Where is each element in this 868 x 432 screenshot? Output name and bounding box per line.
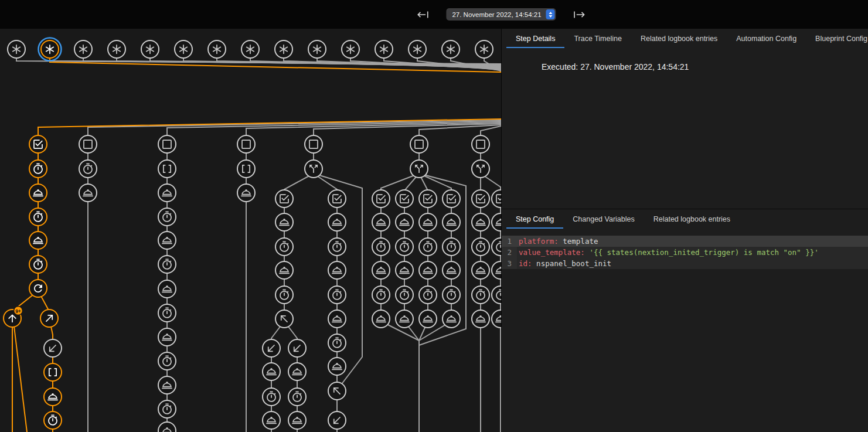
graph-node-service[interactable] (372, 261, 390, 279)
graph-node-delay[interactable] (288, 388, 306, 406)
graph-node-service[interactable] (29, 232, 47, 249)
graph-node-delay[interactable] (263, 388, 280, 406)
graph-node-service[interactable] (419, 261, 437, 279)
graph-node-traverse[interactable] (472, 160, 489, 178)
graph-node-arrow-top-left[interactable] (328, 382, 346, 400)
graph-node-repeat[interactable] (29, 280, 47, 297)
tab-trace-timeline[interactable]: Trace Timeline (564, 29, 631, 48)
graph-node-asterisk[interactable] (108, 40, 125, 58)
graph-node-checkbox-marked[interactable] (372, 190, 390, 208)
graph-node-service[interactable] (442, 261, 460, 279)
graph-node-traverse[interactable] (305, 160, 322, 178)
graph-node-checkbox-blank[interactable] (305, 135, 322, 153)
graph-node-asterisk[interactable] (175, 40, 192, 58)
graph-node-delay[interactable] (328, 334, 346, 352)
graph-node-service[interactable] (237, 184, 255, 202)
graph-node-delay[interactable] (492, 238, 501, 256)
graph-node-service[interactable] (288, 411, 306, 429)
graph-node-checkbox-blank[interactable] (79, 135, 97, 153)
graph-node-delay[interactable] (44, 411, 62, 429)
graph-node-service[interactable] (275, 213, 293, 231)
graph-node-service[interactable] (372, 213, 390, 231)
graph-node-service[interactable] (472, 310, 489, 328)
graph-node-service[interactable] (492, 213, 501, 231)
graph-node-service[interactable] (263, 411, 280, 429)
tab-step-details[interactable]: Step Details (506, 29, 564, 48)
graph-node-delay[interactable] (328, 286, 346, 304)
graph-node-delay[interactable] (29, 160, 47, 178)
graph-node-checkbox-blank[interactable] (237, 135, 255, 153)
graph-node-asterisk[interactable] (409, 40, 426, 58)
graph-node-asterisk[interactable] (8, 40, 25, 58)
graph-node-service[interactable] (44, 388, 62, 406)
graph-node-delay[interactable] (419, 238, 437, 256)
graph-node-arrow-bottom-left[interactable] (44, 339, 62, 357)
tab-step-config[interactable]: Step Config (506, 209, 563, 229)
graph-node-delay[interactable] (158, 256, 176, 273)
graph-node-service[interactable] (29, 184, 47, 202)
graph-node-service[interactable] (442, 310, 460, 328)
graph-node-delay[interactable] (29, 208, 47, 226)
graph-node-service[interactable] (288, 363, 306, 380)
graph-node-service[interactable] (158, 376, 176, 394)
graph-node-asterisk[interactable] (475, 40, 493, 58)
graph-node-brackets[interactable] (237, 160, 255, 178)
graph-node-asterisk[interactable] (308, 40, 326, 58)
graph-node-service[interactable] (396, 261, 413, 279)
graph-node-delay[interactable] (158, 352, 176, 370)
tab-blueprint-config[interactable]: Blueprint Config (806, 29, 868, 48)
trace-graph-canvas[interactable]: 9+ (0, 29, 501, 432)
graph-node-delay[interactable] (275, 286, 293, 304)
tab-changed-variables[interactable]: Changed Variables (563, 209, 644, 229)
graph-node-checkbox-marked[interactable] (328, 190, 346, 208)
graph-node-service[interactable] (442, 213, 460, 231)
graph-node-asterisk[interactable] (241, 40, 259, 58)
graph-node-checkbox-marked[interactable] (275, 190, 293, 208)
graph-node-service[interactable] (158, 184, 176, 202)
graph-node-delay[interactable] (275, 238, 293, 256)
graph-node-asterisk[interactable] (375, 40, 393, 58)
graph-node-delay[interactable] (328, 238, 346, 256)
graph-node-delay[interactable] (472, 286, 489, 304)
tab-config-related-logbook-entries[interactable]: Related logbook entries (644, 209, 740, 229)
graph-node-brackets[interactable] (44, 363, 62, 381)
graph-node-delay[interactable] (472, 238, 489, 256)
graph-node-checkbox-blank[interactable] (410, 135, 428, 153)
graph-node-delay[interactable] (158, 400, 176, 418)
graph-node-delay[interactable] (372, 238, 390, 256)
graph-node-delay[interactable] (419, 286, 437, 304)
next-run-button[interactable] (571, 7, 587, 22)
step-config-editor[interactable]: 1 platform: template 2 value_template: '… (502, 236, 868, 269)
graph-node-asterisk[interactable] (442, 40, 459, 58)
graph-node-service[interactable] (158, 232, 176, 249)
graph-node-service[interactable] (158, 422, 176, 432)
graph-node-service[interactable] (158, 280, 176, 298)
graph-node-traverse[interactable] (410, 160, 428, 178)
graph-node-delay[interactable] (396, 238, 413, 256)
graph-node-delay[interactable] (492, 286, 501, 304)
graph-node-checkbox-marked[interactable] (419, 190, 437, 208)
graph-node-service[interactable] (328, 358, 346, 375)
graph-node-checkbox-marked[interactable] (396, 190, 413, 208)
graph-node-arrow-top-right[interactable] (40, 309, 58, 327)
graph-node-service[interactable] (79, 184, 97, 202)
graph-node-delay[interactable] (79, 160, 97, 178)
graph-node-delay[interactable] (442, 238, 460, 256)
trace-graph[interactable]: 9+ (0, 29, 501, 432)
graph-node-service[interactable] (372, 310, 390, 328)
previous-run-button[interactable] (416, 7, 431, 22)
graph-node-checkbox-blank[interactable] (158, 135, 176, 153)
graph-node-checkbox-marked[interactable] (29, 135, 47, 153)
graph-node-service[interactable] (263, 363, 280, 380)
graph-node-delay[interactable] (372, 286, 390, 304)
graph-node-service[interactable] (472, 213, 489, 231)
graph-node-brackets[interactable] (158, 160, 176, 178)
graph-node-arrow-up[interactable]: 9+ (4, 307, 23, 328)
graph-node-delay[interactable] (396, 286, 413, 304)
graph-node-checkbox-marked[interactable] (442, 190, 460, 208)
graph-node-arrow-top-left[interactable] (275, 310, 293, 328)
graph-node-arrow-bottom-left[interactable] (263, 339, 280, 357)
graph-node-asterisk[interactable] (141, 40, 159, 58)
graph-node-asterisk[interactable] (39, 38, 62, 61)
graph-node-asterisk[interactable] (208, 40, 226, 58)
